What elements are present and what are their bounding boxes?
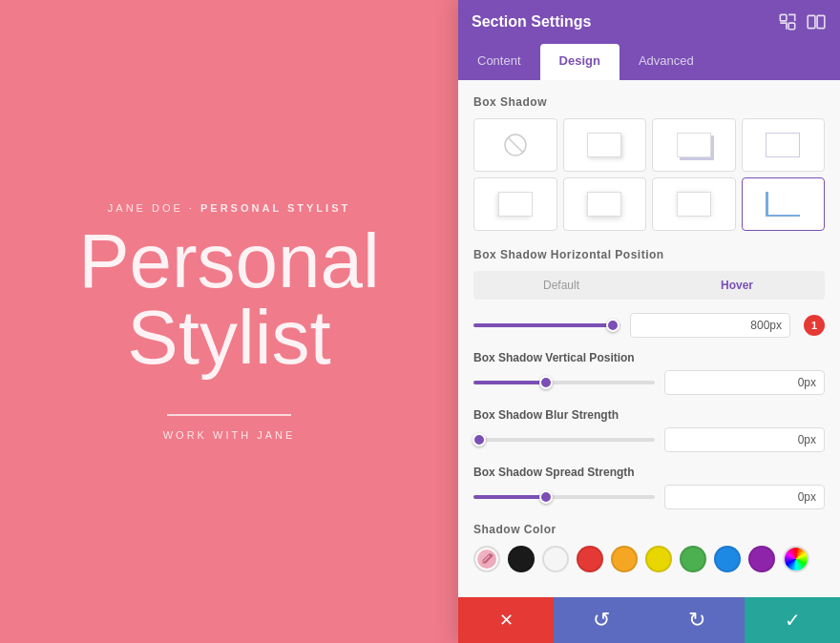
redo-button[interactable]: ↻ bbox=[649, 597, 745, 643]
left-divider bbox=[167, 414, 291, 416]
shadow-option-1[interactable] bbox=[563, 118, 647, 172]
color-orange[interactable] bbox=[611, 546, 638, 572]
shadow-preview-1 bbox=[587, 133, 621, 157]
spread-label: Box Shadow Spread Strength bbox=[473, 466, 825, 479]
panel-title: Section Settings bbox=[472, 13, 591, 31]
shadow-preview-3 bbox=[766, 133, 800, 157]
tab-advanced[interactable]: Advanced bbox=[620, 44, 713, 80]
blur-track[interactable] bbox=[473, 438, 655, 442]
shadow-preview-7 bbox=[766, 192, 800, 217]
shadow-option-2[interactable] bbox=[652, 118, 736, 172]
left-panel: JANE DOE · PERSONAL STYLIST Personal Sty… bbox=[0, 0, 458, 643]
blur-thumb[interactable] bbox=[472, 433, 486, 446]
vertical-slider-row: Box Shadow Vertical Position 0px bbox=[473, 351, 825, 395]
settings-panel: Section Settings Content Design Advanced… bbox=[458, 0, 840, 643]
panel-header: Section Settings bbox=[458, 0, 840, 44]
spread-fill bbox=[473, 495, 546, 499]
none-icon bbox=[502, 132, 529, 158]
vertical-slider-input: 0px bbox=[473, 370, 825, 395]
shadow-color-label: Shadow Color bbox=[473, 523, 825, 536]
shadow-preview-4 bbox=[498, 192, 533, 217]
color-purple[interactable] bbox=[748, 546, 775, 572]
vertical-label: Box Shadow Vertical Position bbox=[473, 351, 825, 364]
color-black[interactable] bbox=[508, 546, 535, 572]
svg-rect-2 bbox=[808, 15, 815, 28]
save-button[interactable]: ✓ bbox=[745, 597, 840, 643]
spread-slider-row: Box Shadow Spread Strength 0px bbox=[473, 466, 825, 509]
shadow-option-3[interactable] bbox=[742, 118, 826, 172]
expand-icon[interactable] bbox=[777, 11, 798, 32]
horizontal-notification: 1 bbox=[804, 315, 825, 336]
toggle-hover[interactable]: Hover bbox=[649, 271, 825, 300]
columns-icon[interactable] bbox=[806, 11, 827, 32]
color-rainbow[interactable] bbox=[783, 546, 809, 572]
shadow-preview-6 bbox=[677, 192, 711, 217]
eyedropper-icon bbox=[480, 552, 494, 566]
tabs: Content Design Advanced bbox=[458, 44, 840, 80]
color-red[interactable] bbox=[577, 546, 603, 572]
toggle-default[interactable]: Default bbox=[473, 271, 649, 300]
color-green[interactable] bbox=[680, 546, 706, 572]
color-blue[interactable] bbox=[714, 546, 741, 572]
color-row bbox=[473, 546, 825, 572]
shadow-option-4[interactable] bbox=[473, 177, 557, 231]
blur-slider-input: 0px bbox=[473, 427, 825, 452]
left-subtitle: JANE DOE · PERSONAL STYLIST bbox=[108, 202, 350, 214]
horizontal-slider-input: 800px 1 bbox=[473, 313, 825, 338]
horizontal-value-input[interactable]: 800px bbox=[630, 313, 790, 338]
spread-track[interactable] bbox=[473, 495, 655, 499]
svg-rect-0 bbox=[780, 14, 787, 21]
horizontal-track[interactable] bbox=[473, 323, 620, 327]
horizontal-fill bbox=[473, 323, 613, 327]
panel-footer: ✕ ↺ ↻ ✓ bbox=[458, 597, 840, 643]
spread-thumb[interactable] bbox=[539, 490, 553, 504]
left-title: Personal Stylist bbox=[78, 223, 380, 376]
svg-rect-1 bbox=[788, 23, 795, 30]
horizontal-thumb[interactable] bbox=[606, 319, 620, 332]
default-hover-toggle: Default Hover bbox=[473, 271, 825, 300]
box-shadow-grid bbox=[473, 118, 825, 231]
shadow-option-5[interactable] bbox=[563, 177, 647, 231]
panel-content: Box Shadow bbox=[458, 80, 840, 597]
tab-content[interactable]: Content bbox=[458, 44, 540, 80]
color-picker-btn[interactable] bbox=[473, 546, 500, 572]
horizontal-label: Box Shadow Horizontal Position bbox=[473, 248, 825, 261]
vertical-fill bbox=[473, 381, 546, 384]
color-white[interactable] bbox=[542, 546, 569, 572]
horizontal-slider-row: 800px 1 bbox=[473, 313, 825, 338]
shadow-preview-5 bbox=[587, 192, 621, 217]
shadow-option-none[interactable] bbox=[473, 118, 557, 172]
shadow-preview-2 bbox=[677, 133, 711, 157]
tab-design[interactable]: Design bbox=[540, 44, 620, 80]
vertical-track[interactable] bbox=[473, 381, 655, 384]
blur-slider-row: Box Shadow Blur Strength 0px bbox=[473, 408, 825, 452]
cancel-button[interactable]: ✕ bbox=[458, 597, 554, 643]
header-icons bbox=[777, 11, 827, 32]
svg-rect-3 bbox=[817, 15, 825, 28]
svg-line-5 bbox=[508, 137, 523, 153]
color-yellow[interactable] bbox=[645, 546, 672, 572]
left-cta: WORK WITH JANE bbox=[163, 429, 296, 441]
undo-button[interactable]: ↺ bbox=[554, 597, 649, 643]
blur-value-input[interactable]: 0px bbox=[664, 427, 825, 452]
shadow-option-7[interactable] bbox=[742, 177, 826, 231]
vertical-thumb[interactable] bbox=[539, 376, 553, 389]
vertical-value-input[interactable]: 0px bbox=[664, 370, 825, 395]
spread-slider-input: 0px bbox=[473, 485, 825, 509]
shadow-option-6[interactable] bbox=[652, 177, 736, 231]
box-shadow-label: Box Shadow bbox=[473, 95, 825, 109]
spread-value-input[interactable]: 0px bbox=[664, 485, 825, 509]
blur-label: Box Shadow Blur Strength bbox=[473, 408, 825, 422]
